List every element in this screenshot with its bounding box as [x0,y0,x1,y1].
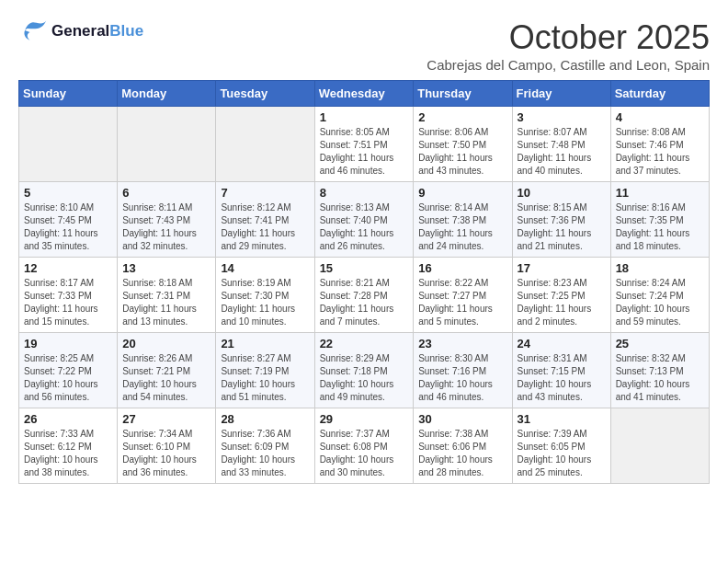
day-info: Sunrise: 8:31 AM Sunset: 7:15 PM Dayligh… [518,352,606,404]
day-info: Sunrise: 8:19 AM Sunset: 7:30 PM Dayligh… [221,277,309,328]
weekday-header-saturday: Saturday [610,81,709,107]
day-info: Sunrise: 8:26 AM Sunset: 7:21 PM Dayligh… [122,352,210,404]
day-number: 15 [320,261,409,275]
calendar-cell: 29Sunrise: 7:37 AM Sunset: 6:08 PM Dayli… [314,408,414,484]
day-number: 20 [122,337,210,350]
day-info: Sunrise: 7:36 AM Sunset: 6:09 PM Dayligh… [221,428,309,479]
calendar-cell: 18Sunrise: 8:24 AM Sunset: 7:24 PM Dayli… [610,258,709,333]
day-number: 18 [616,261,704,275]
day-number: 29 [320,412,409,426]
calendar-cell: 30Sunrise: 7:38 AM Sunset: 6:06 PM Dayli… [414,408,512,484]
day-number: 16 [418,261,506,275]
calendar-cell: 10Sunrise: 8:15 AM Sunset: 7:36 PM Dayli… [512,182,610,258]
day-number: 21 [221,337,309,350]
day-info: Sunrise: 7:34 AM Sunset: 6:10 PM Dayligh… [122,428,210,479]
title-area: October 2025 Cabrejas del Campo, Castill… [427,18,710,73]
day-info: Sunrise: 8:12 AM Sunset: 7:41 PM Dayligh… [221,201,309,253]
weekday-header-sunday: Sunday [19,81,118,107]
day-number: 4 [616,110,704,124]
day-number: 5 [24,186,112,200]
day-info: Sunrise: 8:05 AM Sunset: 7:51 PM Dayligh… [320,126,409,178]
calendar-cell: 1Sunrise: 8:05 AM Sunset: 7:51 PM Daylig… [314,107,414,182]
calendar-cell: 23Sunrise: 8:30 AM Sunset: 7:16 PM Dayli… [414,333,512,408]
day-number: 26 [24,412,112,426]
calendar-cell [19,107,118,182]
calendar-week-row: 19Sunrise: 8:25 AM Sunset: 7:22 PM Dayli… [19,333,710,408]
day-info: Sunrise: 8:17 AM Sunset: 7:33 PM Dayligh… [24,277,112,328]
calendar-week-row: 5Sunrise: 8:10 AM Sunset: 7:45 PM Daylig… [19,182,710,258]
day-info: Sunrise: 8:15 AM Sunset: 7:36 PM Dayligh… [518,201,606,253]
day-info: Sunrise: 8:16 AM Sunset: 7:35 PM Dayligh… [616,201,704,253]
calendar-cell: 13Sunrise: 8:18 AM Sunset: 7:31 PM Dayli… [118,258,216,333]
weekday-header-row: SundayMondayTuesdayWednesdayThursdayFrid… [19,81,710,107]
calendar-cell: 5Sunrise: 8:10 AM Sunset: 7:45 PM Daylig… [19,182,118,258]
calendar-cell [118,107,216,182]
day-number: 7 [221,186,309,200]
location-subtitle: Cabrejas del Campo, Castille and Leon, S… [427,57,710,73]
day-number: 1 [320,110,409,124]
day-info: Sunrise: 7:39 AM Sunset: 6:05 PM Dayligh… [518,428,606,479]
day-number: 14 [221,261,309,275]
day-info: Sunrise: 8:25 AM Sunset: 7:22 PM Dayligh… [24,352,112,404]
logo-icon [18,18,48,44]
calendar-cell: 2Sunrise: 8:06 AM Sunset: 7:50 PM Daylig… [414,107,512,182]
day-info: Sunrise: 8:22 AM Sunset: 7:27 PM Dayligh… [418,277,506,328]
calendar-week-row: 26Sunrise: 7:33 AM Sunset: 6:12 PM Dayli… [19,408,710,484]
day-info: Sunrise: 8:13 AM Sunset: 7:40 PM Dayligh… [320,201,409,253]
calendar-cell: 9Sunrise: 8:14 AM Sunset: 7:38 PM Daylig… [414,182,512,258]
calendar-cell: 17Sunrise: 8:23 AM Sunset: 7:25 PM Dayli… [512,258,610,333]
day-number: 27 [122,412,210,426]
calendar-cell: 15Sunrise: 8:21 AM Sunset: 7:28 PM Dayli… [314,258,414,333]
calendar-cell: 26Sunrise: 7:33 AM Sunset: 6:12 PM Dayli… [19,408,118,484]
day-number: 11 [616,186,704,200]
day-info: Sunrise: 8:27 AM Sunset: 7:19 PM Dayligh… [221,352,309,404]
calendar-cell: 22Sunrise: 8:29 AM Sunset: 7:18 PM Dayli… [314,333,414,408]
page-header: GeneralBlue October 2025 Cabrejas del Ca… [18,18,710,73]
day-number: 6 [122,186,210,200]
calendar-cell: 14Sunrise: 8:19 AM Sunset: 7:30 PM Dayli… [216,258,314,333]
calendar-cell [216,107,314,182]
calendar-table: SundayMondayTuesdayWednesdayThursdayFrid… [18,80,710,484]
day-info: Sunrise: 7:33 AM Sunset: 6:12 PM Dayligh… [24,428,112,479]
calendar-cell: 12Sunrise: 8:17 AM Sunset: 7:33 PM Dayli… [19,258,118,333]
day-number: 22 [320,337,409,350]
calendar-cell [610,408,709,484]
day-number: 10 [518,186,606,200]
calendar-cell: 27Sunrise: 7:34 AM Sunset: 6:10 PM Dayli… [118,408,216,484]
calendar-cell: 8Sunrise: 8:13 AM Sunset: 7:40 PM Daylig… [314,182,414,258]
calendar-week-row: 12Sunrise: 8:17 AM Sunset: 7:33 PM Dayli… [19,258,710,333]
day-info: Sunrise: 8:07 AM Sunset: 7:48 PM Dayligh… [518,126,606,178]
calendar-cell: 3Sunrise: 8:07 AM Sunset: 7:48 PM Daylig… [512,107,610,182]
calendar-cell: 25Sunrise: 8:32 AM Sunset: 7:13 PM Dayli… [610,333,709,408]
calendar-cell: 4Sunrise: 8:08 AM Sunset: 7:46 PM Daylig… [610,107,709,182]
day-number: 24 [518,337,606,350]
day-number: 12 [24,261,112,275]
calendar-cell: 11Sunrise: 8:16 AM Sunset: 7:35 PM Dayli… [610,182,709,258]
weekday-header-thursday: Thursday [414,81,512,107]
day-info: Sunrise: 7:37 AM Sunset: 6:08 PM Dayligh… [320,428,409,479]
day-info: Sunrise: 8:10 AM Sunset: 7:45 PM Dayligh… [24,201,112,253]
day-number: 9 [418,186,506,200]
calendar-week-row: 1Sunrise: 8:05 AM Sunset: 7:51 PM Daylig… [19,107,710,182]
day-number: 19 [24,337,112,350]
day-number: 8 [320,186,409,200]
day-number: 2 [418,110,506,124]
logo-text: GeneralBlue [51,22,143,40]
weekday-header-wednesday: Wednesday [314,81,414,107]
day-info: Sunrise: 8:21 AM Sunset: 7:28 PM Dayligh… [320,277,409,328]
calendar-cell: 28Sunrise: 7:36 AM Sunset: 6:09 PM Dayli… [216,408,314,484]
calendar-cell: 7Sunrise: 8:12 AM Sunset: 7:41 PM Daylig… [216,182,314,258]
day-info: Sunrise: 8:29 AM Sunset: 7:18 PM Dayligh… [320,352,409,404]
calendar-cell: 31Sunrise: 7:39 AM Sunset: 6:05 PM Dayli… [512,408,610,484]
day-number: 17 [518,261,606,275]
day-info: Sunrise: 8:11 AM Sunset: 7:43 PM Dayligh… [122,201,210,253]
day-info: Sunrise: 7:38 AM Sunset: 6:06 PM Dayligh… [418,428,506,479]
day-info: Sunrise: 8:23 AM Sunset: 7:25 PM Dayligh… [518,277,606,328]
day-info: Sunrise: 8:14 AM Sunset: 7:38 PM Dayligh… [418,201,506,253]
calendar-cell: 24Sunrise: 8:31 AM Sunset: 7:15 PM Dayli… [512,333,610,408]
calendar-cell: 20Sunrise: 8:26 AM Sunset: 7:21 PM Dayli… [118,333,216,408]
weekday-header-monday: Monday [118,81,216,107]
calendar-cell: 19Sunrise: 8:25 AM Sunset: 7:22 PM Dayli… [19,333,118,408]
day-info: Sunrise: 8:30 AM Sunset: 7:16 PM Dayligh… [418,352,506,404]
day-info: Sunrise: 8:24 AM Sunset: 7:24 PM Dayligh… [616,277,704,328]
